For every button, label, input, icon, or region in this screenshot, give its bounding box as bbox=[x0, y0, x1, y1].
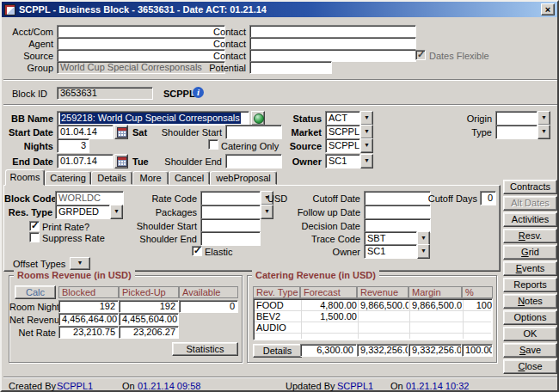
type-field[interactable] bbox=[495, 125, 538, 139]
calc-button[interactable]: Calc bbox=[15, 285, 56, 299]
block-code-field[interactable]: WORLDC bbox=[55, 191, 124, 205]
panel-shoulder-start-label: Shoulder Start bbox=[132, 221, 197, 232]
details-button[interactable]: Details bbox=[253, 344, 302, 358]
source-label: Source bbox=[268, 141, 322, 152]
room-nights-picked: 192 bbox=[119, 300, 179, 313]
catering-row-food[interactable]: FOOD 4,800.00 9,866,500.00 9,866,500.00 … bbox=[255, 300, 491, 311]
contracts-button[interactable]: Contracts bbox=[503, 180, 557, 194]
potential-field[interactable] bbox=[249, 61, 332, 74]
tab-details[interactable]: Details bbox=[91, 171, 132, 185]
dates-flexible-label: Dates Flexible bbox=[429, 51, 489, 62]
tab-more[interactable]: More bbox=[132, 171, 169, 185]
origin-dropdown-icon[interactable] bbox=[538, 111, 550, 126]
separator bbox=[3, 79, 557, 81]
follow-up-date-field[interactable] bbox=[364, 205, 431, 219]
catering-row-bev2[interactable]: BEV2 1,500.00 bbox=[255, 311, 491, 322]
net-revenue-label: Net Revenue bbox=[9, 315, 56, 326]
activities-button[interactable]: Activities bbox=[503, 212, 557, 227]
market-dropdown-icon[interactable] bbox=[360, 125, 373, 139]
catering-only-checkbox[interactable] bbox=[208, 139, 218, 150]
market-label: Market bbox=[268, 127, 322, 138]
panel-owner-label: Owner bbox=[295, 247, 360, 258]
source-dropdown-icon[interactable] bbox=[360, 138, 373, 153]
room-nights-blocked: 192 bbox=[58, 300, 119, 313]
type-label: Type bbox=[430, 127, 492, 138]
bb-name-field[interactable]: 259218: World Cup Special Corresponsals bbox=[57, 111, 249, 126]
panel-shoulder-end-field[interactable] bbox=[200, 231, 261, 246]
end-date-calendar-icon[interactable] bbox=[114, 154, 128, 168]
updated-on-label: On bbox=[390, 381, 403, 392]
status-dropdown-icon[interactable] bbox=[360, 111, 373, 126]
start-date-field[interactable]: 01.04.14 bbox=[57, 125, 114, 139]
net-rate-blocked: 23,210.75 bbox=[58, 326, 119, 339]
cell-revenue: 9,866,500.00 bbox=[360, 300, 408, 310]
cutoff-days-field[interactable]: 0 bbox=[480, 191, 496, 205]
status-field[interactable]: ACT bbox=[325, 111, 360, 126]
bb-name-label: BB Name bbox=[3, 113, 53, 125]
close-button[interactable]: Close bbox=[503, 359, 557, 374]
notes-button[interactable]: Notes bbox=[503, 294, 557, 309]
source-field[interactable]: SCPPL bbox=[325, 138, 360, 153]
net-rate-picked: 23,206.27 bbox=[119, 326, 179, 339]
panel-shoulder-end-label: Shoulder End bbox=[132, 234, 197, 245]
end-date-field[interactable]: 01.07.14 bbox=[57, 154, 114, 168]
created-on-label: On bbox=[122, 381, 135, 392]
net-revenue-blocked: 4,456,464.00 bbox=[58, 313, 119, 326]
follow-up-date-label: Follow up Date bbox=[295, 207, 360, 218]
tab-catering[interactable]: Catering bbox=[45, 171, 91, 185]
tab-webproposal[interactable]: webProposal bbox=[210, 171, 277, 185]
offset-types-dropdown-icon[interactable] bbox=[70, 257, 90, 270]
resv-button[interactable]: Resv. bbox=[503, 229, 557, 243]
info-icon[interactable]: i bbox=[193, 87, 204, 98]
type-dropdown-icon[interactable] bbox=[538, 125, 550, 139]
contact3-field[interactable] bbox=[249, 49, 416, 62]
res-type-field[interactable]: GRPDED bbox=[55, 205, 110, 219]
total-forecast: 6,300.00 bbox=[300, 344, 357, 357]
created-by-value: SCPPL1 bbox=[57, 381, 93, 392]
statistics-button[interactable]: Statistics bbox=[172, 342, 238, 356]
cell-margin bbox=[412, 322, 462, 333]
res-type-dropdown-icon[interactable] bbox=[110, 205, 123, 219]
market-field[interactable]: SCPPL bbox=[325, 125, 360, 139]
elastic-checkbox[interactable] bbox=[192, 246, 202, 256]
shoulder-start-label: Shoulder Start bbox=[155, 127, 222, 138]
packages-field[interactable] bbox=[200, 205, 261, 219]
packages-label: Packages bbox=[132, 207, 197, 218]
contact2-field[interactable] bbox=[249, 37, 416, 50]
grid-button[interactable]: Grid bbox=[503, 245, 557, 260]
cell-percent bbox=[465, 322, 492, 333]
rate-code-field[interactable] bbox=[200, 191, 261, 205]
catering-row-audio[interactable]: AUDIO bbox=[255, 322, 491, 334]
cell-forecast: 1,500.00 bbox=[304, 311, 357, 322]
reports-button[interactable]: Reports bbox=[503, 278, 557, 292]
owner-dropdown-icon[interactable] bbox=[360, 154, 373, 168]
property-code-label: SCPPL bbox=[163, 89, 195, 100]
save-button[interactable]: Save bbox=[503, 343, 557, 358]
rate-code-label: Rate Code bbox=[132, 193, 197, 205]
dates-flexible-checkbox[interactable] bbox=[415, 50, 426, 60]
panel-owner-field[interactable]: SC1 bbox=[364, 244, 417, 259]
contact1-field[interactable] bbox=[249, 25, 416, 38]
tab-rooms[interactable]: Rooms bbox=[5, 169, 45, 186]
nights-field[interactable]: 3 bbox=[57, 138, 89, 153]
title-bar[interactable]: SCPPL - Business Block - 3653631 - Date … bbox=[2, 2, 557, 17]
nights-label: Nights bbox=[2, 141, 53, 152]
updated-on-value: 01.21.14 10:32 bbox=[406, 381, 469, 392]
origin-field[interactable] bbox=[495, 111, 538, 126]
cell-margin bbox=[412, 311, 462, 322]
close-icon[interactable]: × bbox=[541, 3, 555, 15]
globe-icon[interactable] bbox=[251, 111, 265, 126]
options-button[interactable]: Options bbox=[503, 310, 557, 325]
separator bbox=[3, 104, 557, 106]
panel-owner-dropdown-icon[interactable] bbox=[417, 244, 430, 259]
packages-dropdown-icon[interactable] bbox=[261, 205, 273, 219]
start-date-calendar-icon[interactable] bbox=[114, 125, 128, 139]
block-code-label: Block Code bbox=[4, 193, 52, 205]
ok-button[interactable]: OK bbox=[503, 327, 557, 341]
print-rate-checkbox[interactable] bbox=[29, 221, 40, 231]
suppress-rate-checkbox[interactable] bbox=[29, 232, 40, 242]
separator bbox=[3, 377, 557, 378]
tab-cancel[interactable]: Cancel bbox=[169, 171, 210, 185]
events-button[interactable]: Events bbox=[503, 261, 557, 276]
owner-field[interactable]: SC1 bbox=[325, 154, 360, 168]
